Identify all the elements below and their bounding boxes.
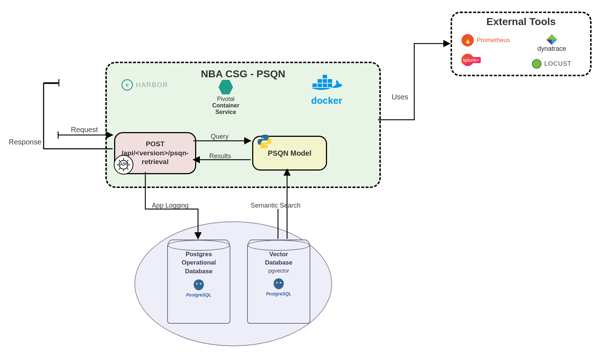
pivotal-brand: Pivotal Container Service <box>212 80 239 115</box>
svg-rect-1 <box>318 83 322 87</box>
locust-icon <box>532 59 541 69</box>
request-label: Request <box>71 126 98 134</box>
api-method: POST <box>146 140 165 149</box>
svg-rect-0 <box>312 83 317 87</box>
api-gear-icon: API <box>114 155 133 175</box>
postgres-operational-db: Postgres Operational Database PostgreSQL <box>167 240 230 324</box>
docker-label: docker <box>310 95 343 106</box>
svg-rect-3 <box>328 83 332 87</box>
pivotal-line2: Container <box>212 102 239 109</box>
db-right-line1: Vector <box>269 250 288 258</box>
svg-point-10 <box>200 283 201 285</box>
pivotal-line1: Pivotal <box>212 96 239 102</box>
vector-db: Vector Database pgvector PostgreSQL <box>247 240 310 324</box>
dynatrace-brand: dynatrace <box>532 34 572 53</box>
svg-rect-5 <box>323 79 327 83</box>
nba-csg-psqn-group: NBA CSG - PSQN ⎈ HARBOR Pivotal Containe… <box>105 62 381 188</box>
model-label: PSQN Model <box>268 149 311 158</box>
svg-point-9 <box>196 283 198 285</box>
prometheus-label: Prometheus <box>477 37 510 44</box>
svg-rect-7 <box>323 75 327 78</box>
prometheus-brand: 🔥 Prometheus <box>461 34 510 46</box>
query-label: Query <box>211 133 229 140</box>
docker-icon <box>310 73 343 94</box>
uses-label: Uses <box>392 93 408 101</box>
harbor-label: HARBOR <box>136 81 168 89</box>
external-tools-title: External Tools <box>452 16 590 28</box>
python-icon <box>256 133 273 150</box>
splunk-label: splunk> <box>461 57 481 63</box>
db-left-line3: Database <box>185 267 213 275</box>
docker-brand: docker <box>310 73 343 106</box>
db-left-line2: Operational <box>182 259 216 266</box>
psqn-model-box: PSQN Model <box>252 136 327 171</box>
postgres-icon-left: PostgreSQL <box>186 278 211 298</box>
dynatrace-icon <box>546 34 557 45</box>
prometheus-icon: 🔥 <box>461 34 474 46</box>
svg-point-11 <box>276 282 278 283</box>
app-logging-label: App Logging <box>152 202 189 209</box>
api-endpoint-box: POST /api/<version>/psqn-retrieval API <box>114 132 196 174</box>
postgres-icon-right: PostgreSQL <box>266 277 291 297</box>
svg-rect-6 <box>328 79 332 83</box>
db-right-engine: PostgreSQL <box>266 291 291 297</box>
results-label: Results <box>209 152 231 160</box>
harbor-icon: ⎈ <box>121 79 133 91</box>
api-gear-label: API <box>120 162 127 168</box>
svg-rect-4 <box>318 79 322 83</box>
splunk-brand: splunk> <box>461 54 510 66</box>
db-left-line1: Postgres <box>186 250 212 258</box>
external-tools-group: External Tools 🔥 Prometheus splunk> dyna… <box>451 12 592 76</box>
svg-point-12 <box>280 282 281 283</box>
dynatrace-label: dynatrace <box>537 45 566 53</box>
response-label: Response <box>9 138 41 146</box>
db-right-sub: pgvector <box>268 267 289 274</box>
db-left-engine: PostgreSQL <box>186 293 211 298</box>
semantic-search-label: Semantic Search <box>251 202 301 209</box>
pivotal-line3: Service <box>212 109 239 115</box>
locust-brand: LOCUST <box>532 59 572 69</box>
harbor-brand: ⎈ HARBOR <box>121 79 168 91</box>
locust-label: LOCUST <box>544 60 572 68</box>
pivotal-icon <box>218 80 233 94</box>
db-right-line2: Database <box>265 259 293 266</box>
svg-rect-2 <box>323 83 327 87</box>
